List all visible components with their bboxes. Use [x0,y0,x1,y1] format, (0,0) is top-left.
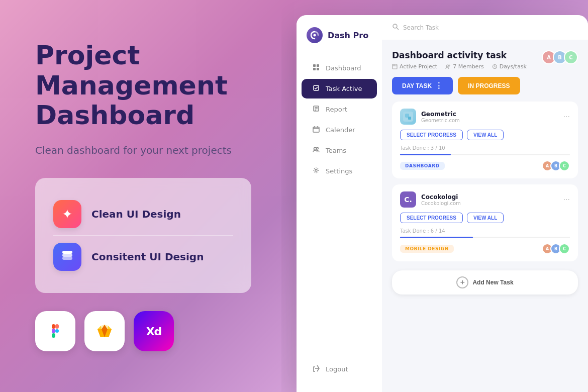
add-task-button[interactable]: ＋ Add New Task [392,270,578,295]
svg-point-40 [448,65,450,66]
top-bar: Search Task [382,15,588,40]
view-all-btn-1[interactable]: VIEW ALL [467,130,504,140]
svg-point-30 [314,148,317,150]
svg-point-39 [446,65,448,67]
svg-marker-12 [97,326,102,329]
meta-members: 7 Members [445,63,483,70]
task-done-2: Task Done : 6 / 14 [400,228,570,234]
add-circle-icon: ＋ [456,276,468,288]
teams-icon [312,146,321,155]
nav-items: Dashboard Task Active [297,57,382,358]
sidebar-item-settings[interactable]: Settings [302,161,377,181]
svg-point-32 [315,169,317,171]
report-icon [312,105,321,114]
svg-marker-13 [108,326,112,329]
card-menu-2[interactable]: ··· [563,195,570,204]
page-header-left: Dashboard activity task Active Project [392,50,527,70]
small-avatars-1: A B C [542,160,570,171]
svg-rect-26 [313,127,319,132]
sketch-icon [84,311,125,351]
task-card-header-2: C. Cocokologi Cocokologi.com ··· [400,191,570,208]
day-task-menu[interactable]: ⋮ [435,81,443,90]
sidebar-label-dashboard: Dashboard [326,64,361,72]
small-avatars-2: A B C [542,243,570,254]
svg-point-34 [393,24,397,28]
task-cards: Geometric Geometric.com ··· SELECT PROGR… [392,102,578,261]
feature-label-clean: Clean UI Design [91,208,181,220]
company-details-2: Cocokologi Cocokologi.com [421,193,461,206]
add-task-label: Add New Task [472,279,513,286]
logo-icon [307,27,323,43]
calendar-icon [312,126,321,134]
company-url-2: Cocokologi.com [421,201,461,206]
company-info-1: Geometric Geometric.com [400,109,460,125]
task-actions-2: SELECT PROGRESS VIEW ALL [400,213,570,223]
svg-rect-19 [313,68,316,70]
svg-rect-4 [55,324,59,329]
sidebar-item-teams[interactable]: Teams [302,141,377,160]
select-progress-btn-2[interactable]: SELECT PROGRESS [400,213,463,223]
logout-label: Logout [326,365,348,373]
meta-active-project: Active Project [392,63,437,70]
dashboard-window: Dash Pro Dashboard [297,15,588,392]
svg-rect-18 [317,64,319,67]
feature-item-clean-ui: ✦ Clean UI Design [53,193,233,235]
spark-icon: ✦ [53,200,81,228]
select-progress-btn-1[interactable]: SELECT PROGRESS [400,130,463,140]
sidebar-item-report[interactable]: Report [302,100,377,119]
company-details-1: Geometric Geometric.com [421,111,460,123]
svg-rect-2 [62,251,72,254]
logo-text: Dash Pro [328,31,368,40]
feature-item-consistent-ui: Consitent UI Design [53,235,233,278]
sidebar-label-task-active: Task Active [326,85,362,92]
left-section: Project Management Dashboard Clean dashb… [0,11,281,381]
tag-dashboard-1: DASHBOARD [400,162,445,170]
svg-point-31 [317,147,319,149]
task-actions-1: SELECT PROGRESS VIEW ALL [400,130,570,140]
company-name-1: Geometric [421,111,460,118]
task-active-icon [312,84,321,93]
company-info-2: C. Cocokologi Cocokologi.com [400,191,461,208]
meta-row: Active Project 7 Members [392,63,527,70]
task-card-footer-1: DASHBOARD A B C [400,160,570,171]
dashboard-icon [312,64,321,72]
svg-rect-36 [393,64,397,69]
logo-area: Dash Pro [297,27,382,57]
progress-bar-fill-2 [400,237,473,238]
sidebar-logout[interactable]: Logout [302,359,377,379]
right-section: Dash Pro Dashboard [281,0,588,392]
svg-rect-0 [62,257,72,260]
tab-day-task[interactable]: DAY TASK ⋮ [392,77,453,94]
svg-rect-5 [52,329,55,333]
cocokologi-logo: C. [400,191,416,208]
view-all-btn-2[interactable]: VIEW ALL [467,213,504,223]
svg-rect-44 [408,117,411,120]
xd-icon: Xd [134,311,174,351]
avatar-group: A B C [542,50,578,64]
avatar-3: C [564,50,578,64]
task-done-1: Task Done : 3 / 10 [400,145,570,151]
progress-bar-wrap-1 [400,154,570,155]
sidebar-item-calender[interactable]: Calender [302,120,377,140]
search-box[interactable]: Search Task [392,23,578,32]
sidebar-item-dashboard[interactable]: Dashboard [302,58,377,78]
meta-schedule: Days/task [492,63,527,70]
tabs-row: DAY TASK ⋮ IN PROGRESS [392,77,578,94]
page-title: Dashboard activity task [392,50,527,60]
search-icon [392,23,399,32]
company-name-2: Cocokologi [421,193,461,201]
tab-in-progress[interactable]: IN PROGRESS [458,77,520,94]
tool-icons: Xd [35,311,251,351]
subtitle: Clean dashboard for your next projects [35,143,251,158]
sidebar-item-task-active[interactable]: Task Active [302,79,377,99]
geometric-logo [400,109,416,125]
sm-avatar-2c: C [559,243,570,254]
search-placeholder: Search Task [403,24,439,31]
feature-label-consistent: Consitent UI Design [91,251,204,263]
svg-rect-1 [62,254,72,257]
sidebar-label-calender: Calender [326,126,355,134]
task-card-geometric: Geometric Geometric.com ··· SELECT PROGR… [392,102,578,178]
task-card-header-1: Geometric Geometric.com ··· [400,109,570,125]
figma-icon [35,311,75,351]
card-menu-1[interactable]: ··· [563,113,570,121]
